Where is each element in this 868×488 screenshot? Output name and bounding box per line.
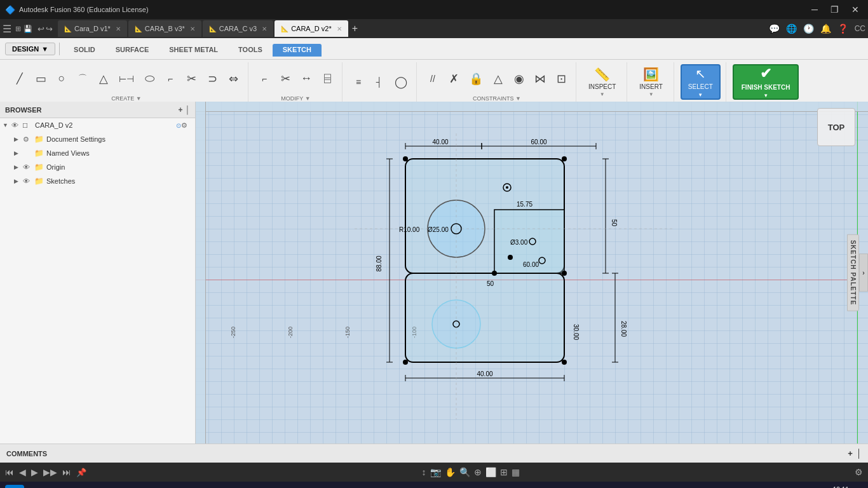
marker-icon[interactable]: 📌 <box>76 468 86 477</box>
tab-cara-d-v1[interactable]: 📐 Cara_D v1* ✕ <box>58 20 127 37</box>
rectangle-tool-button[interactable]: ▭ <box>31 69 50 88</box>
help-icon[interactable]: ❓ <box>837 24 848 34</box>
word-icon[interactable]: 📘 <box>421 485 440 488</box>
line-tool-button[interactable]: ╱ <box>10 70 29 87</box>
excel-icon[interactable]: 📊 <box>377 485 397 488</box>
last-frame-button[interactable]: ⏭ <box>62 467 71 477</box>
task-view-button[interactable]: ❑ <box>51 485 70 488</box>
fillet-button[interactable]: ⌐ <box>161 71 180 86</box>
tab-close[interactable]: ✕ <box>337 25 342 32</box>
offset-button[interactable]: ⊃ <box>203 69 222 88</box>
perpendicular-button[interactable]: ✗ <box>444 69 463 88</box>
add-comment-button[interactable]: + <box>848 449 853 458</box>
extend-button[interactable]: ↔ <box>297 69 316 88</box>
trim-button[interactable]: ✂ <box>182 69 201 88</box>
undo-icon[interactable]: ↩ <box>37 24 44 34</box>
tab-close[interactable]: ✕ <box>190 25 195 32</box>
tab-sketch[interactable]: SKETCH <box>273 44 322 57</box>
visibility-icon[interactable]: 👁 <box>23 177 33 185</box>
grid-icon[interactable]: ⊞ <box>15 25 21 33</box>
tree-item-doc-settings[interactable]: ▶ ⚙ 📁 Document Settings <box>0 132 195 146</box>
symmetry-button[interactable]: ⋈ <box>531 69 550 88</box>
display-icon[interactable]: ▦ <box>512 467 520 477</box>
tab-cara-c-v3[interactable]: 📐 CARA_C v3 ✕ <box>203 20 273 37</box>
photos-icon[interactable]: 📸 <box>529 485 548 488</box>
tab-surface[interactable]: SURFACE <box>105 44 159 57</box>
globe-icon[interactable]: 🌐 <box>786 24 797 34</box>
design-button[interactable]: DESIGN ▼ <box>5 43 55 55</box>
inspect-button[interactable]: 📏 INSPECT ▼ <box>583 64 621 100</box>
zoom-icon[interactable]: 🔍 <box>459 467 470 477</box>
parallel-button[interactable]: // <box>423 71 442 86</box>
hamburger-menu[interactable]: ☰ <box>3 23 11 35</box>
redo-icon[interactable]: ↪ <box>46 24 53 34</box>
hatch-button[interactable]: ≡ <box>349 74 368 90</box>
tab-sheet-metal[interactable]: SHEET METAL <box>159 44 228 57</box>
tab-close[interactable]: ✕ <box>262 25 267 32</box>
first-frame-button[interactable]: ⏮ <box>5 467 14 477</box>
close-button[interactable]: ✕ <box>848 3 863 16</box>
lock-button[interactable]: 🔒 <box>465 69 487 88</box>
settings-icon[interactable]: ⚙ <box>181 121 191 130</box>
oval-button[interactable]: ◯ <box>391 72 411 92</box>
circle-const-button[interactable]: ◉ <box>510 69 529 88</box>
visibility-icon[interactable]: 👁 <box>23 163 33 171</box>
start-button[interactable]: ⊞ <box>5 485 24 488</box>
settings-icon[interactable]: ⚙ <box>23 135 33 144</box>
next-frame-button[interactable]: ▶▶ <box>43 467 57 477</box>
edge-icon[interactable]: 🌐 <box>313 485 332 488</box>
clock-icon[interactable]: 🕐 <box>803 24 814 34</box>
tree-item-cara-d-v2[interactable]: ▼ 👁 □ CARA_D v2 ⊙ ⚙ <box>0 118 195 132</box>
move-icon[interactable]: ↕ <box>422 467 426 477</box>
save-icon[interactable]: 💾 <box>24 25 32 33</box>
store-icon[interactable]: 🛒 <box>356 485 375 488</box>
insert-button[interactable]: 🖼️ INSERT ▼ <box>634 64 668 100</box>
chat-icon[interactable]: 💬 <box>769 24 780 34</box>
mirror-button[interactable]: ⇔ <box>224 69 243 88</box>
right-collapse-button[interactable]: › <box>859 254 868 292</box>
tab-solid[interactable]: SOLID <box>64 44 105 57</box>
grid-icon[interactable]: ⊞ <box>500 467 508 477</box>
polygon-tool-button[interactable]: △ <box>94 69 113 88</box>
circle-tool-button[interactable]: ○ <box>52 69 71 88</box>
zoom-fit-icon[interactable]: ⊕ <box>474 467 482 477</box>
app-icon-2[interactable]: 🟥 <box>485 485 505 488</box>
tree-item-sketches[interactable]: ▶ 👁 📁 Sketches <box>0 174 195 188</box>
fillet-mod-button[interactable]: ⌐ <box>255 71 274 86</box>
tab-tools[interactable]: TOOLS <box>228 44 273 57</box>
new-tab-button[interactable]: + <box>352 23 358 34</box>
search-button[interactable]: 🔍 <box>28 485 47 488</box>
tab-cara-d-v2[interactable]: 📐 CARA_D v2* ✕ <box>275 20 348 37</box>
fusion-icon[interactable]: 🔶 <box>464 485 483 488</box>
taskbar-clock[interactable]: 12:11 a.m. 31/03/2021 <box>831 485 863 488</box>
play-button[interactable]: ▶ <box>31 467 38 477</box>
bell-icon[interactable]: 🔔 <box>820 24 831 34</box>
collapse-comments-button[interactable]: │ <box>857 449 862 458</box>
dimension-button[interactable]: ⊢⊣ <box>115 71 138 86</box>
viewport[interactable]: TOP SKETCH PALETTE -250 -200 -150 -100 <box>196 102 868 444</box>
box-button[interactable]: ⊡ <box>552 69 571 88</box>
expand-browser-button[interactable]: + <box>178 105 182 114</box>
minimize-button[interactable]: ─ <box>808 3 822 16</box>
trim-mod-button[interactable]: ✂ <box>276 69 295 88</box>
tree-item-named-views[interactable]: ▶ 📁 Named Views <box>0 146 195 160</box>
tab-cara-b-v3[interactable]: 📐 CARA_B v3* ✕ <box>128 20 201 37</box>
powerpoint-icon[interactable]: 🎯 <box>399 485 418 488</box>
app-icon-3[interactable]: 🔴 <box>507 485 526 488</box>
explorer-icon[interactable]: 📁 <box>334 485 353 488</box>
sketch-palette-tab[interactable]: SKETCH PALETTE <box>847 234 859 311</box>
triangle-button[interactable]: △ <box>489 69 508 88</box>
maximize-button[interactable]: ❐ <box>827 3 843 16</box>
select-button[interactable]: ↖ SELECT ▼ <box>681 64 721 100</box>
break-button[interactable]: ⌸ <box>318 69 337 88</box>
view-cube[interactable]: TOP <box>817 108 855 146</box>
user-icon[interactable]: CC <box>855 24 865 33</box>
settings-button[interactable]: ⚙ <box>855 467 863 477</box>
tree-item-origin[interactable]: ▶ 👁 📁 Origin <box>0 160 195 174</box>
finish-sketch-button[interactable]: ✔ FINISH SKETCH ▼ <box>733 64 799 100</box>
collapse-browser-button[interactable]: │ <box>186 105 191 114</box>
prev-frame-button[interactable]: ◀ <box>19 467 26 477</box>
ellipse-tool-button[interactable]: ⬭ <box>140 69 159 88</box>
camera-icon[interactable]: 📷 <box>430 467 441 477</box>
center-line-button[interactable]: ┤ <box>370 74 389 90</box>
